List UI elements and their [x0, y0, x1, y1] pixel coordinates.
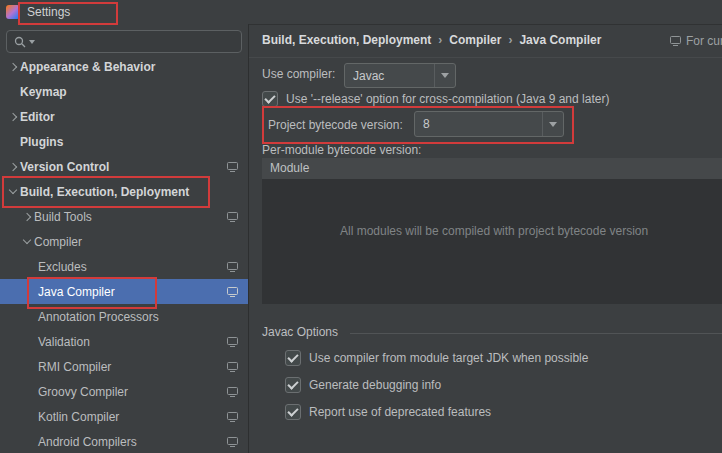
project-bytecode-version-label: Project bytecode version:: [268, 117, 403, 133]
chevron-placeholder: [24, 354, 38, 379]
release-option-row: Use '--release' option for cross-compila…: [262, 89, 609, 109]
chevron-down-icon[interactable]: [20, 229, 34, 254]
intellij-logo-icon: [6, 5, 20, 19]
javac-option-row: Generate debugging info: [285, 375, 441, 395]
tree-item-label: Android Compilers: [38, 435, 137, 449]
sidebar-item-appearance-behavior[interactable]: Appearance & Behavior: [0, 54, 248, 79]
breadcrumb: Build, Execution, Deployment › Compiler …: [262, 33, 601, 47]
sidebar-item-groovy-compiler[interactable]: Groovy Compiler: [0, 379, 248, 404]
settings-search-box[interactable]: [6, 30, 242, 53]
monitor-icon: [227, 162, 238, 172]
release-option-label: Use '--release' option for cross-compila…: [286, 92, 609, 106]
use-module-target-jdk-checkbox[interactable]: [285, 350, 301, 366]
release-option-checkbox[interactable]: [262, 91, 278, 107]
project-bytecode-version-dropdown[interactable]: 8: [414, 111, 564, 137]
sidebar-item-plugins[interactable]: Plugins: [0, 129, 248, 154]
module-table-empty-text: All modules will be compiled with projec…: [340, 224, 648, 238]
javac-options-title: Javac Options: [262, 325, 338, 339]
tree-item-label: Groovy Compiler: [38, 385, 128, 399]
tree-item-label: RMI Compiler: [38, 360, 111, 374]
title-bar: Settings: [0, 0, 722, 25]
chevron-right-icon[interactable]: [6, 104, 20, 129]
breadcrumb-segment[interactable]: Compiler: [449, 33, 501, 47]
tree-item-label: Build, Execution, Deployment: [20, 185, 189, 199]
header-separator: [249, 57, 722, 58]
monitor-icon: [227, 362, 238, 372]
for-current-project-label: For current project: [686, 34, 722, 48]
sidebar-item-android-compilers[interactable]: Android Compilers: [0, 429, 248, 453]
monitor-icon: [227, 262, 238, 272]
sidebar-item-version-control[interactable]: Version Control: [0, 154, 248, 179]
breadcrumb-segment[interactable]: Java Compiler: [519, 33, 601, 47]
chevron-placeholder: [6, 129, 20, 154]
chevron-placeholder: [24, 279, 38, 304]
search-icon: [13, 35, 27, 49]
sidebar-item-editor[interactable]: Editor: [0, 104, 248, 129]
sidebar-item-rmi-compiler[interactable]: RMI Compiler: [0, 354, 248, 379]
chevron-right-icon[interactable]: [6, 154, 20, 179]
chevron-right-icon[interactable]: [6, 54, 20, 79]
tree-item-label: Keymap: [20, 85, 67, 99]
project-bytecode-version-value: 8: [423, 117, 430, 131]
use-compiler-dropdown[interactable]: Javac: [344, 63, 456, 88]
settings-tree: Appearance & Behavior Keymap Editor Plug…: [0, 54, 248, 453]
tree-item-label: Appearance & Behavior: [20, 60, 155, 74]
chevron-placeholder: [24, 379, 38, 404]
chevron-down-icon[interactable]: [6, 179, 20, 204]
sidebar-item-keymap[interactable]: Keymap: [0, 79, 248, 104]
tree-item-label: Editor: [20, 110, 55, 124]
search-input[interactable]: [41, 34, 235, 50]
monitor-icon: [227, 387, 238, 397]
javac-options-divider: [350, 333, 722, 334]
breadcrumb-separator: ›: [508, 33, 512, 47]
settings-dialog: Settings Appearance & Behavior Keymap Ed…: [0, 0, 722, 453]
sidebar-item-compiler[interactable]: Compiler: [0, 229, 248, 254]
tree-item-label: Excludes: [38, 260, 87, 274]
tree-item-label: Annotation Processors: [38, 310, 159, 324]
javac-option-label: Report use of deprecated features: [309, 405, 491, 419]
javac-option-row: Report use of deprecated features: [285, 402, 491, 422]
chevron-right-icon[interactable]: [20, 204, 34, 229]
tree-item-label: Compiler: [34, 235, 82, 249]
per-module-bytecode-label: Per-module bytecode version:: [262, 142, 421, 158]
sidebar-item-validation[interactable]: Validation: [0, 329, 248, 354]
sidebar-item-excludes[interactable]: Excludes: [0, 254, 248, 279]
window-title: Settings: [27, 5, 70, 19]
tree-item-label: Plugins: [20, 135, 63, 149]
chevron-placeholder: [24, 254, 38, 279]
module-column-header: Module: [262, 158, 722, 179]
chevron-placeholder: [24, 329, 38, 354]
javac-option-row: Use compiler from module target JDK when…: [285, 348, 588, 368]
monitor-icon: [227, 287, 238, 297]
chevron-placeholder: [6, 79, 20, 104]
chevron-placeholder: [24, 404, 38, 429]
sidebar-item-java-compiler[interactable]: Java Compiler: [0, 279, 248, 304]
report-deprecated-checkbox[interactable]: [285, 404, 301, 420]
chevron-down-icon[interactable]: [542, 112, 563, 136]
chevron-placeholder: [24, 429, 38, 453]
breadcrumb-separator: ›: [438, 33, 442, 47]
sidebar-item-annotation-processors[interactable]: Annotation Processors: [0, 304, 248, 329]
per-module-table[interactable]: Module All modules will be compiled with…: [262, 158, 722, 304]
tree-item-label: Java Compiler: [38, 285, 115, 299]
chevron-down-icon[interactable]: [434, 64, 455, 87]
sidebar-item-kotlin-compiler[interactable]: Kotlin Compiler: [0, 404, 248, 429]
monitor-icon: [227, 412, 238, 422]
generate-debugging-info-checkbox[interactable]: [285, 377, 301, 393]
monitor-icon: [227, 212, 238, 222]
javac-option-label: Generate debugging info: [309, 378, 441, 392]
tree-item-label: Validation: [38, 335, 90, 349]
tree-item-label: Version Control: [20, 160, 109, 174]
search-history-arrow-icon[interactable]: [29, 40, 35, 44]
breadcrumb-segment[interactable]: Build, Execution, Deployment: [262, 33, 431, 47]
javac-option-label: Use compiler from module target JDK when…: [309, 351, 588, 365]
use-compiler-selected-value: Javac: [353, 69, 384, 83]
use-compiler-label: Use compiler:: [262, 66, 335, 82]
tree-item-label: Kotlin Compiler: [38, 410, 119, 424]
chevron-placeholder: [24, 304, 38, 329]
monitor-icon: [227, 437, 238, 447]
for-current-project-note: For current project: [670, 34, 722, 48]
sidebar-item-build-execution-deployment[interactable]: Build, Execution, Deployment: [0, 179, 248, 204]
monitor-icon: [670, 36, 681, 46]
sidebar-item-build-tools[interactable]: Build Tools: [0, 204, 248, 229]
